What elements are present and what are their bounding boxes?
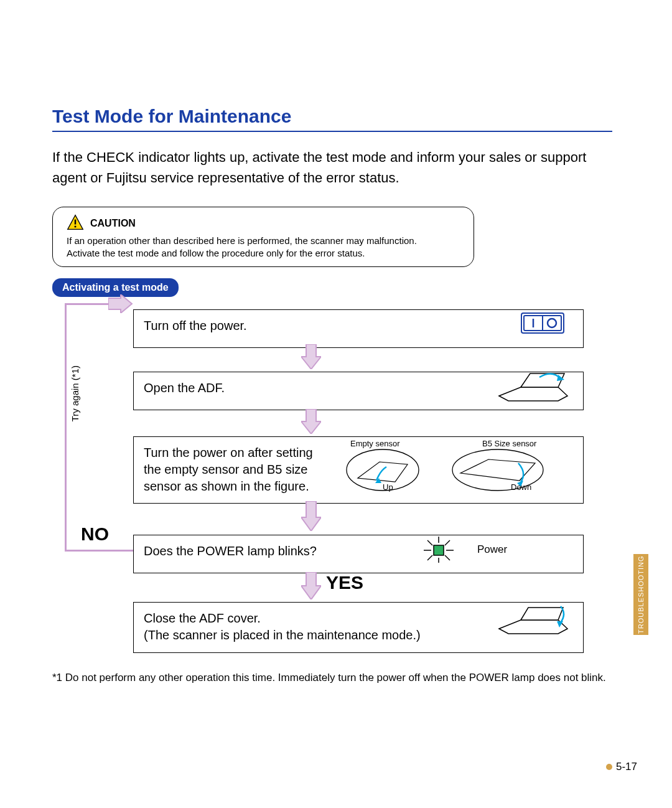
caution-triangle-icon (67, 214, 84, 233)
page-number: 5-17 (606, 761, 637, 773)
flowchart: Try again (*1) Turn off the power. Open … (52, 303, 575, 664)
decision-no-label: NO (81, 524, 109, 545)
no-path-segment (65, 303, 67, 550)
svg-rect-17 (434, 545, 444, 555)
heading-rule (52, 131, 612, 132)
power-lamp-label: Power (477, 543, 507, 557)
caution-text-1: If an operation other than described her… (67, 235, 462, 247)
section-tab: TROUBLESHOOTING (633, 554, 648, 635)
flow-step-1: Turn off the power. (133, 309, 584, 348)
svg-point-2 (74, 225, 76, 227)
flow-step-2: Open the ADF. (133, 372, 584, 410)
svg-line-23 (445, 540, 450, 545)
svg-rect-1 (75, 220, 76, 225)
up-label: Up (383, 482, 393, 493)
arrow-down-icon (301, 409, 321, 434)
page-dot-icon (606, 764, 612, 770)
step-2-text: Open the ADF. (144, 381, 225, 395)
caution-text-2: Activate the test mode and follow the pr… (67, 247, 462, 260)
flow-step-3: Turn the power on after setting the empt… (133, 436, 584, 504)
no-path-segment (65, 550, 133, 552)
arrow-down-icon (301, 572, 321, 597)
footnote: *1 Do not perform any other operation th… (67, 672, 612, 684)
empty-sensor-label: Empty sensor (350, 438, 399, 449)
svg-marker-16 (301, 501, 321, 531)
svg-line-25 (445, 555, 450, 560)
svg-marker-11 (301, 409, 321, 434)
intro-paragraph: If the CHECK indicator lights up, activa… (52, 147, 612, 188)
arrow-down-icon (301, 344, 321, 369)
svg-marker-26 (301, 572, 321, 599)
step-1-text: Turn off the power. (144, 319, 247, 332)
arrow-down-icon (301, 501, 321, 526)
no-path-segment (65, 303, 111, 305)
flow-step-5: Close the ADF cover. (The scanner is pla… (133, 602, 584, 653)
scanner-close-icon (496, 600, 571, 642)
step-4-text: Does the POWER lamp blinks? (144, 544, 317, 558)
power-switch-icon (521, 312, 564, 338)
b5-sensor-label: B5 Size sensor (482, 438, 536, 449)
decision-yes-label: YES (326, 572, 363, 593)
try-again-label: Try again (*1) (70, 365, 80, 421)
svg-marker-9 (301, 344, 321, 369)
page-number-text: 5-17 (616, 761, 637, 773)
page-heading: Test Mode for Maintenance (52, 106, 612, 127)
power-led-blink-icon (420, 535, 457, 567)
caution-title: CAUTION (90, 218, 136, 229)
caution-box: CAUTION If an operation other than descr… (52, 207, 474, 267)
svg-line-24 (427, 555, 432, 560)
svg-marker-3 (108, 294, 132, 313)
down-label: Down (511, 482, 531, 493)
arrow-right-icon (108, 294, 133, 316)
flow-step-4-decision: Does the POWER lamp blinks? Power (133, 535, 584, 573)
step-3-text: Turn the power on after setting the empt… (144, 444, 330, 495)
scanner-open-icon (496, 369, 571, 408)
svg-line-22 (427, 540, 432, 545)
